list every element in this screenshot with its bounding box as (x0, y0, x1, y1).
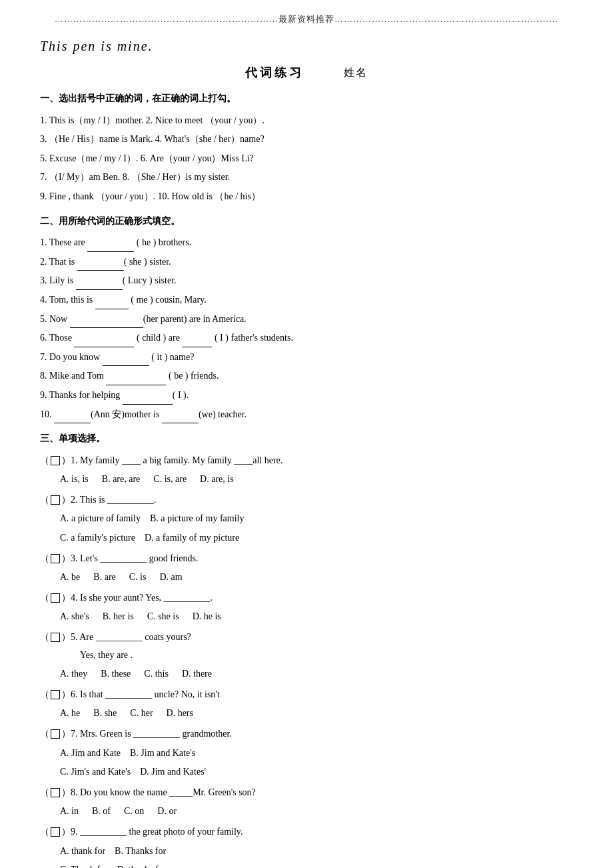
name-label: 姓名 (344, 66, 368, 80)
s3-q1-options: A. is, is B. are, are C. is, are D. are,… (60, 471, 573, 489)
s3-q9-options-row1: A. thank for B. Thanks for (60, 843, 573, 861)
title-row: 代词练习 姓名 (40, 65, 573, 81)
s3-q2: （ ） 2. This is __________. (40, 491, 573, 509)
section2: 二、用所给代词的正确形式填空。 1. These are ( he ) brot… (40, 213, 573, 424)
s3-q7-options-row2: C. Jim's and Kate's D. Jim and Kates' (60, 763, 573, 781)
s3-q1: （ ） 1. My family ____ a big family. My f… (40, 452, 573, 470)
s1-q4: 7. （I/ My）am Ben. 8. （She / Her）is my si… (40, 169, 573, 187)
s2-q1: 1. These are ( he ) brothers. (40, 234, 573, 252)
s2-q9: 9. Thanks for helping ( I ). (40, 387, 573, 405)
s2-q8: 8. Mike and Tom ( be ) friends. (40, 367, 573, 385)
s3-q6: （ ） 6. Is that __________ uncle? No, it … (40, 686, 573, 704)
s3-q5-options: A. they B. these C. this D. there (60, 665, 573, 683)
s2-q6: 6. Those ( child ) are ( I ) father's st… (40, 329, 573, 347)
s2-q5: 5. Now (her parent) are in America. (40, 311, 573, 329)
dotted-header: ………………………………………………………………最新资料推荐…………………………… (40, 13, 573, 25)
s3-q5: （ ） 5. Are __________ coats yours? (40, 629, 573, 647)
s3-q7-options-row1: A. Jim and Kate B. Jim and Kate's (60, 745, 573, 763)
s3-q4: （ ） 4. Is she your aunt? Yes, __________… (40, 589, 573, 607)
s3-q6-options: A. he B. she C. her D. hers (60, 705, 573, 723)
s3-q5-sub: Yes, they are . (80, 647, 573, 665)
s2-q4: 4. Tom, this is ( me ) cousin, Mary. (40, 291, 573, 309)
s2-q3: 3. Lily is ( Lucy ) sister. (40, 272, 573, 290)
s1-q3: 5. Excuse（me / my / I）. 6. Are（your / yo… (40, 150, 573, 168)
s3-q2-options-row1: A. a picture of family B. a picture of m… (60, 510, 573, 528)
s3-q2-options-row2: C. a family's picture D. a family of my … (60, 529, 573, 547)
s3-q9-options-row2: C. Thank for D. thanks for (60, 861, 573, 868)
cn-title: 代词练习 (245, 65, 304, 81)
s2-q2: 2. That is ( she ) sister. (40, 253, 573, 271)
s3-q4-options: A. she's B. her is C. she is D. he is (60, 608, 573, 626)
s2-q10: 10. (Ann 安)mother is (we) teacher. (40, 406, 573, 424)
s1-q5: 9. Fine , thank （your / you）. 10. How ol… (40, 188, 573, 206)
s3-q3: （ ） 3. Let's __________ good friends. (40, 550, 573, 568)
section1: 一、选出括号中正确的词，在正确的词上打勾。 1. This is（my / I）… (40, 90, 573, 206)
main-title: This pen is mine. (40, 39, 573, 54)
s3-q8: （ ） 8. Do you know the name _____Mr. Gre… (40, 784, 573, 802)
section1-header: 一、选出括号中正确的词，在正确的词上打勾。 (40, 90, 573, 108)
s3-q3-options: A. be B. are C. is D. am (60, 569, 573, 587)
s3-q8-options: A. in B. of C. on D. or (60, 803, 573, 821)
section3-header: 三、单项选择。 (40, 430, 573, 448)
s1-q1: 1. This is（my / I）mother. 2. Nice to mee… (40, 112, 573, 130)
s1-q2: 3. （He / His）name is Mark. 4. What's（she… (40, 131, 573, 149)
section3: 三、单项选择。 （ ） 1. My family ____ a big fami… (40, 430, 573, 868)
s2-q7: 7. Do you know ( it ) name? (40, 349, 573, 367)
s3-q9: （ ） 9. __________ the great photo of you… (40, 823, 573, 841)
section2-header: 二、用所给代词的正确形式填空。 (40, 213, 573, 231)
s3-q7: （ ） 7. Mrs. Green is __________ grandmot… (40, 725, 573, 743)
